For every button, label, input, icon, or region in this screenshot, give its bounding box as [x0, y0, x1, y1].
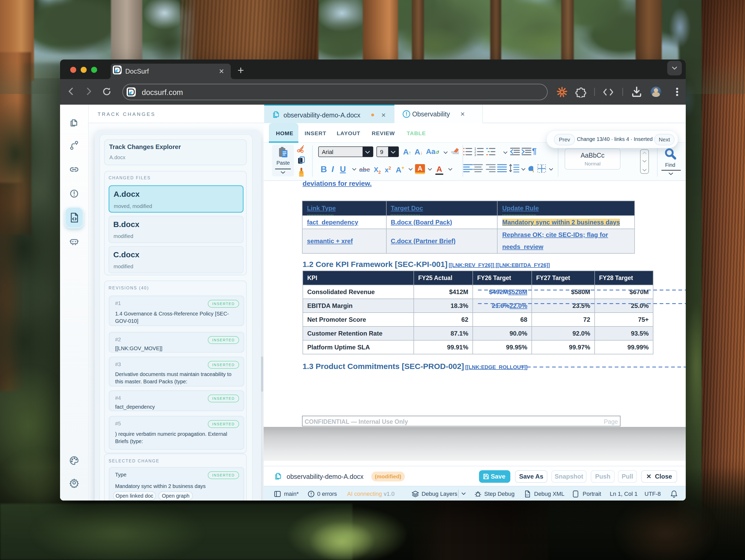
svg-text:3: 3 [474, 153, 476, 156]
svg-text:<>: <> [526, 493, 529, 496]
